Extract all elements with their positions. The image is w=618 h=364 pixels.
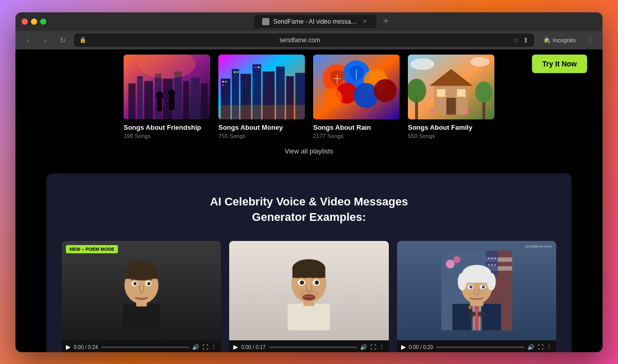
- svg-point-54: [435, 112, 438, 115]
- time-display-1: 0:00 / 0:24: [74, 344, 98, 350]
- svg-rect-9: [201, 83, 208, 119]
- svg-rect-68: [288, 304, 330, 331]
- svg-rect-27: [234, 71, 236, 73]
- svg-rect-101: [471, 315, 473, 331]
- share-icon[interactable]: ⬆: [523, 36, 529, 44]
- refresh-button[interactable]: ↻: [57, 34, 69, 46]
- playlist-count-rain: 2177 Songs: [313, 133, 400, 139]
- video-watermark-3: sendfame.com: [525, 244, 552, 249]
- title-bar: SendFame - AI video messa… ✕ +: [15, 12, 603, 31]
- svg-rect-90: [474, 303, 479, 331]
- minimize-traffic-light[interactable]: [31, 19, 37, 25]
- video-thumbnail-2: [229, 241, 388, 340]
- svg-point-105: [468, 306, 472, 309]
- address-bar[interactable]: 🔒 sendfame.com ☆ ⬆: [74, 33, 534, 47]
- tab-close-icon[interactable]: ✕: [361, 18, 368, 25]
- video-card-2: ▶ 0:00 / 0:17 🔊 ⛶ ⋮: [229, 241, 388, 352]
- page-content: Try It Now: [15, 49, 603, 352]
- play-button-3[interactable]: ▶: [401, 343, 406, 351]
- playlist-count-friendship: 198 Songs: [124, 133, 210, 139]
- browser-menu-button[interactable]: ⋮: [584, 33, 596, 47]
- volume-button-2[interactable]: 🔊: [360, 344, 367, 351]
- svg-rect-2: [137, 76, 143, 119]
- play-button-2[interactable]: ▶: [233, 343, 238, 351]
- browser-chrome: SendFame - AI video messa… ✕ + ‹ › ↻ 🔒 s…: [15, 12, 603, 49]
- video-person-elon2: [229, 241, 388, 340]
- time-display-3: 0:00 / 0:20: [409, 344, 433, 350]
- more-button-1[interactable]: ⋮: [211, 344, 217, 351]
- playlist-title-rain: Songs About Rain: [313, 124, 400, 131]
- fullscreen-button-3[interactable]: ⛶: [538, 344, 543, 350]
- video-controls-1: ▶ 0:00 / 0:24 🔊 ⛶ ⋮: [62, 340, 221, 352]
- playlist-card-friendship[interactable]: Songs About Friendship 198 Songs: [124, 55, 210, 139]
- svg-point-56: [469, 109, 472, 112]
- svg-point-96: [487, 273, 495, 290]
- svg-point-39: [374, 79, 397, 102]
- video-grid: NEW – POEM MODE: [62, 241, 556, 352]
- playlist-count-family: 550 Songs: [408, 133, 494, 139]
- playlist-card-family[interactable]: Songs About Family 550 Songs: [408, 55, 494, 139]
- address-bar-row: ‹ › ↻ 🔒 sendfame.com ☆ ⬆ 🕵 Incognito ⋮: [15, 31, 603, 49]
- browser-window: SendFame - AI video messa… ✕ + ‹ › ↻ 🔒 s…: [15, 12, 603, 352]
- forward-button[interactable]: ›: [39, 34, 52, 46]
- new-tab-button[interactable]: +: [379, 14, 393, 29]
- view-all-playlists-link[interactable]: View all playlists: [124, 139, 494, 163]
- more-button-3[interactable]: ⋮: [546, 344, 552, 351]
- svg-rect-46: [447, 98, 456, 115]
- svg-point-53: [430, 109, 434, 113]
- close-traffic-light[interactable]: [22, 19, 28, 25]
- svg-rect-48: [457, 89, 466, 97]
- incognito-label: Incognito: [553, 37, 576, 43]
- svg-point-76: [300, 281, 304, 285]
- svg-point-78: [303, 294, 316, 301]
- fullscreen-button-2[interactable]: ⛶: [370, 344, 376, 350]
- video-person-biden: ★★★ ★★★: [397, 241, 556, 340]
- fullscreen-button-1[interactable]: ⛶: [202, 344, 208, 350]
- video-controls-3: ▶ 0:00 / 0:20 🔊 ⛶ ⋮: [397, 340, 556, 352]
- traffic-lights: [22, 19, 46, 25]
- active-tab[interactable]: SendFame - AI video messa… ✕: [254, 15, 377, 28]
- bookmark-icon[interactable]: ☆: [513, 36, 520, 44]
- video-person-elon1: [62, 241, 221, 340]
- volume-button-3[interactable]: 🔊: [527, 344, 535, 351]
- video-card-3: sendfame.com: [397, 241, 556, 352]
- play-button-1[interactable]: ▶: [66, 343, 71, 351]
- svg-rect-1: [128, 83, 135, 119]
- maximize-traffic-light[interactable]: [40, 19, 46, 25]
- incognito-badge[interactable]: 🕵 Incognito: [539, 35, 580, 45]
- svg-rect-7: [183, 81, 189, 119]
- svg-rect-25: [225, 81, 227, 82]
- try-it-now-button[interactable]: Try It Now: [532, 55, 587, 73]
- browser-actions: 🕵 Incognito ⋮: [539, 33, 596, 47]
- playlist-card-money[interactable]: Songs About Money 755 Songs: [218, 55, 305, 139]
- svg-point-57: [410, 58, 435, 70]
- svg-rect-28: [236, 71, 238, 73]
- svg-point-66: [133, 282, 136, 285]
- progress-bar-1[interactable]: [101, 346, 189, 348]
- svg-text:★★★: ★★★: [487, 257, 496, 261]
- tab-favicon: [262, 18, 269, 25]
- svg-point-38: [323, 88, 342, 107]
- playlist-title-friendship: Songs About Friendship: [124, 124, 210, 131]
- lock-icon: 🔒: [79, 37, 87, 43]
- more-button-2[interactable]: ⋮: [379, 344, 385, 351]
- playlist-count-money: 755 Songs: [218, 133, 305, 139]
- playlist-title-money: Songs About Money: [218, 124, 305, 131]
- playlist-card-rain[interactable]: Songs About Rain 2177 Songs: [313, 55, 400, 139]
- svg-rect-24: [222, 81, 224, 82]
- svg-rect-47: [437, 89, 445, 97]
- svg-text:★★★: ★★★: [487, 263, 496, 267]
- playlist-title-family: Songs About Family: [408, 124, 494, 131]
- ai-section: AI Celebrity Voice & Video Messages Gene…: [46, 174, 572, 352]
- volume-button-1[interactable]: 🔊: [192, 344, 199, 351]
- svg-rect-11: [157, 99, 162, 111]
- progress-bar-3[interactable]: [436, 346, 524, 348]
- svg-rect-6: [174, 71, 182, 119]
- svg-point-104: [477, 311, 485, 317]
- incognito-icon: 🕵: [543, 37, 551, 43]
- back-button[interactable]: ‹: [22, 34, 34, 46]
- video-controls-2: ▶ 0:00 / 0:17 🔊 ⛶ ⋮: [229, 340, 388, 352]
- progress-bar-2[interactable]: [269, 346, 357, 348]
- playlist-thumbnail-family: [408, 55, 494, 119]
- svg-point-95: [457, 273, 466, 290]
